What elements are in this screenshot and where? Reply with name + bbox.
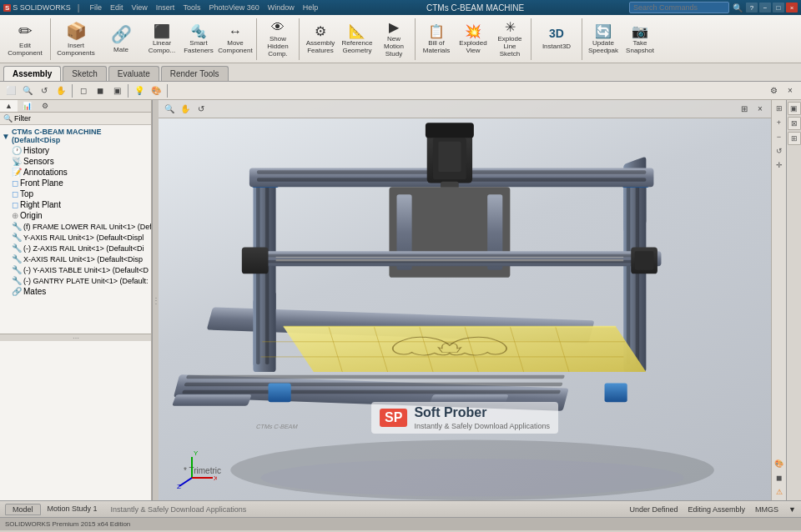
vp-zoom-button[interactable]: 🔍 xyxy=(162,102,177,117)
rp-zoom-in[interactable]: + xyxy=(773,116,786,129)
zoom-to-fit-button[interactable]: 🔍 xyxy=(20,83,35,98)
insert-icon: 📦 xyxy=(66,21,87,41)
show-hidden-button[interactable]: 👁 ShowHiddenComp. xyxy=(260,18,295,61)
settings-button[interactable]: ⚙ xyxy=(766,83,781,98)
section-view-button[interactable]: ▣ xyxy=(109,83,124,98)
tab-assembly[interactable]: Assembly xyxy=(3,66,61,81)
help-button[interactable]: ? xyxy=(746,3,758,13)
rp-pan[interactable]: ✛ xyxy=(773,158,786,172)
menu-window[interactable]: Window xyxy=(264,3,298,12)
main-area: ▲ 📊 ⚙ 🔍 Filter ▼ CTMs C-BEAM MACHINE (De… xyxy=(0,100,801,500)
tree-item-history[interactable]: 🕐 History xyxy=(0,145,151,156)
viewport[interactable]: 🔍 ✋ ↺ ⊞ × xyxy=(159,100,771,500)
edit-component-button[interactable]: ✏ EditComponent xyxy=(3,18,47,61)
menu-view[interactable]: View xyxy=(128,3,151,12)
panel-resize-handle[interactable]: ⋯ xyxy=(0,334,151,341)
panel-resize-handle-vertical[interactable] xyxy=(152,100,159,500)
feature-tree-root[interactable]: ▼ CTMs C-BEAM MACHINE (Default<Disp xyxy=(0,127,151,145)
menu-photoview[interactable]: PhotoView 360 xyxy=(205,3,262,12)
feature-tree-header: 🔍 Filter xyxy=(0,113,151,125)
pan-button[interactable]: ✋ xyxy=(53,83,68,98)
rotate-button[interactable]: ↺ xyxy=(37,83,52,98)
motion-study-tab[interactable]: Motion Study 1 xyxy=(41,504,104,515)
right-panel: ⊞ + − ↺ ✛ 🎨 ◼ ⚠ xyxy=(771,100,786,500)
tree-item-right-plane[interactable]: ◻ Right Plant xyxy=(0,199,151,210)
close-viewport-button[interactable]: × xyxy=(783,83,798,98)
svg-rect-4 xyxy=(182,390,561,394)
bill-of-materials-button[interactable]: 📋 Bill ofMaterials xyxy=(419,18,454,61)
fr-view-btn-1[interactable]: ▣ xyxy=(788,102,801,115)
assembly-features-button[interactable]: ⚙ AssemblyFeatures xyxy=(303,18,338,61)
right-plane-icon: ◻ xyxy=(12,200,18,209)
lp-tab-properties[interactable]: 📊 xyxy=(18,100,37,112)
tree-item-gantry-plate[interactable]: 🔧 (-) GANTRY PLATE Unit<1> (Default: xyxy=(0,275,151,286)
mate-button[interactable]: 🔗 Mate xyxy=(99,18,143,61)
tree-item-mates[interactable]: 🔗 Mates xyxy=(0,286,151,297)
x-axis-rail-label: X-AXIS RAIL Unit<1> (Default<Disp xyxy=(23,255,143,263)
vp-hide-panel-button[interactable]: ⊞ xyxy=(737,102,752,117)
svg-rect-30 xyxy=(245,251,661,266)
view-orientation-button[interactable]: ◻ xyxy=(76,83,91,98)
rp-rotate[interactable]: ↺ xyxy=(773,144,786,158)
tree-item-z-axis-rail[interactable]: 🔧 (-) Z-AXIS RAIL Unit<1> (Default<Di xyxy=(0,243,151,253)
menu-file[interactable]: File xyxy=(86,3,105,12)
tree-item-y-axis-rail[interactable]: 🔧 Y-AXIS RAIL Unit<1> (Default<Displ xyxy=(0,232,151,243)
reference-geometry-button[interactable]: 📐 ReferenceGeometry xyxy=(340,18,375,61)
tree-item-top-plane[interactable]: ◻ Top xyxy=(0,188,151,199)
exploded-view-button[interactable]: 💥 ExplodedView xyxy=(456,18,491,61)
smart-fasteners-icon: 🔩 xyxy=(190,23,207,39)
rp-section[interactable]: ◼ xyxy=(773,471,786,484)
motion-study-icon: ▶ xyxy=(389,19,399,35)
lighting-button[interactable]: 💡 xyxy=(132,83,147,98)
insert-components-button[interactable]: 📦 InsertComponents xyxy=(54,18,98,61)
vp-rotate-button[interactable]: ↺ xyxy=(194,102,209,117)
vp-pan-button[interactable]: ✋ xyxy=(178,102,193,117)
menu-edit[interactable]: Edit xyxy=(107,3,127,12)
menu-tools[interactable]: Tools xyxy=(179,3,204,12)
tree-item-annotations[interactable]: 📝 Annotations xyxy=(0,167,151,178)
fr-view-btn-3[interactable]: ⊞ xyxy=(788,132,801,145)
fr-view-btn-2[interactable]: ⊠ xyxy=(788,117,801,130)
update-speedpak-button[interactable]: 🔄 UpdateSpeedpak xyxy=(586,18,621,61)
tree-item-sensors[interactable]: 📡 Sensors xyxy=(0,156,151,167)
move-component-button[interactable]: ↔ MoveComponent xyxy=(218,18,253,61)
tree-item-origin[interactable]: ⊕ Origin xyxy=(0,210,151,221)
search-input[interactable] xyxy=(629,2,729,13)
close-button[interactable]: × xyxy=(786,3,798,13)
menu-insert[interactable]: Insert xyxy=(153,3,179,12)
vp-close-button[interactable]: × xyxy=(753,102,768,117)
display-style-button[interactable]: ◼ xyxy=(93,83,108,98)
rp-zoom-out[interactable]: − xyxy=(773,130,786,143)
rp-warning[interactable]: ⚠ xyxy=(773,485,786,499)
new-motion-study-button[interactable]: ▶ NewMotionStudy xyxy=(376,18,411,61)
linear-component-button[interactable]: ⬛ LinearCompo... xyxy=(144,18,179,61)
instant3d-button[interactable]: 3D Instant3D xyxy=(535,18,578,61)
toolbar-separator-3 xyxy=(299,18,300,60)
tree-item-y-axis-table[interactable]: 🔧 (-) Y-AXIS TABLE Unit<1> (Default<D xyxy=(0,264,151,275)
search-icon[interactable]: 🔍 xyxy=(733,3,743,13)
appearance-button[interactable]: 🎨 xyxy=(149,83,164,98)
svg-rect-43 xyxy=(172,394,252,406)
model-tab[interactable]: Model xyxy=(5,504,41,515)
smart-fasteners-button[interactable]: 🔩 SmartFasteners xyxy=(181,18,216,61)
svg-rect-2 xyxy=(186,375,565,379)
tab-sketch[interactable]: Sketch xyxy=(63,66,107,81)
rp-zoom-fit[interactable]: ⊞ xyxy=(773,102,786,115)
tab-evaluate[interactable]: Evaluate xyxy=(108,66,159,81)
take-snapshot-button[interactable]: 📷 TakeSnapshot xyxy=(622,18,657,61)
tree-item-frame-lower-rail[interactable]: 🔧 (f) FRAME LOWER RAIL Unit<1> (Def xyxy=(0,221,151,232)
menu-help[interactable]: Help xyxy=(300,3,322,12)
tab-render-tools[interactable]: Render Tools xyxy=(161,66,229,81)
lp-tab-config[interactable]: ⚙ xyxy=(37,100,53,112)
minimize-button[interactable]: − xyxy=(759,3,771,13)
mates-icon: 🔗 xyxy=(12,287,22,296)
tree-item-x-axis-rail[interactable]: 🔧 X-AXIS RAIL Unit<1> (Default<Disp xyxy=(0,253,151,264)
maximize-button[interactable]: □ xyxy=(773,3,784,13)
y-axis-rail-label: Y-AXIS RAIL Unit<1> (Default<Displ xyxy=(23,233,144,242)
explode-line-button[interactable]: ✳ ExplodeLineSketch xyxy=(492,18,527,61)
view-selector-button[interactable]: ⬜ xyxy=(3,83,18,98)
options-dropdown[interactable]: ▼ xyxy=(788,505,796,514)
tree-item-front-plane[interactable]: ◻ Front Plane xyxy=(0,178,151,188)
rp-appearance[interactable]: 🎨 xyxy=(773,457,786,470)
lp-tab-feature-tree[interactable]: ▲ xyxy=(0,100,18,112)
